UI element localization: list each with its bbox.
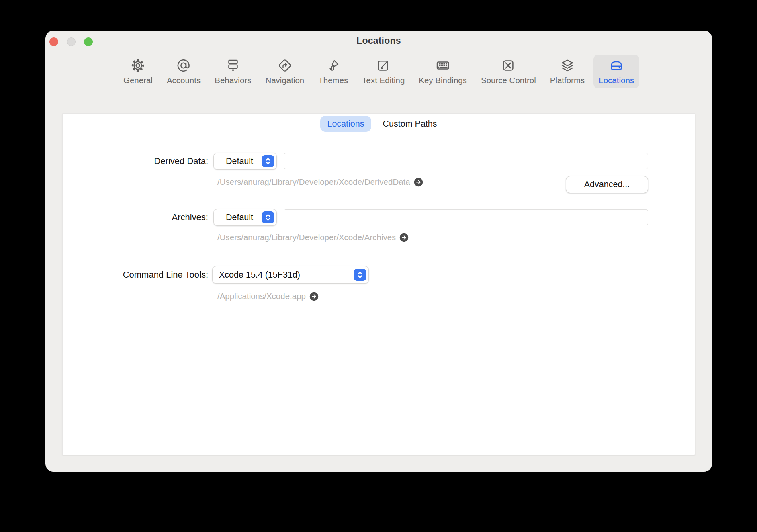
open-path-arrow-icon[interactable]: [414, 178, 423, 187]
derived-data-popup[interactable]: Default: [213, 153, 277, 170]
path-text: /Users/anurag/Library/Developer/Xcode/Ar…: [217, 232, 396, 243]
tab-text-editing[interactable]: Text Editing: [357, 55, 410, 88]
tab-general[interactable]: General: [118, 55, 158, 88]
tab-label: Locations: [599, 76, 634, 85]
tab-accounts[interactable]: Accounts: [162, 55, 206, 88]
chevron-up-down-icon: [262, 155, 274, 167]
tab-key-bindings[interactable]: Key Bindings: [413, 55, 472, 88]
tab-label: Accounts: [167, 76, 201, 85]
tab-locations[interactable]: Locations: [593, 55, 639, 88]
archives-field[interactable]: [284, 209, 648, 225]
archives-popup[interactable]: Default: [213, 209, 277, 226]
tab-source-control[interactable]: Source Control: [476, 55, 541, 88]
open-path-arrow-icon[interactable]: [399, 233, 409, 242]
tab-platforms[interactable]: Platforms: [545, 55, 590, 88]
paintbrush-icon: [325, 58, 341, 73]
toolbar-divider: [45, 95, 712, 95]
gear-icon: [130, 58, 145, 73]
tab-label: Behaviors: [215, 76, 251, 85]
tab-label: General: [123, 76, 153, 85]
source-control-icon: [501, 58, 516, 73]
archives-path: /Users/anurag/Library/Developer/Xcode/Ar…: [217, 232, 409, 243]
open-path-arrow-icon[interactable]: [309, 292, 319, 301]
segment-custom-paths[interactable]: Custom Paths: [383, 116, 437, 132]
tab-navigation[interactable]: Navigation: [260, 55, 309, 88]
advanced-button[interactable]: Advanced...: [566, 176, 648, 193]
tab-label: Themes: [318, 76, 348, 85]
chevron-up-down-icon: [354, 269, 366, 281]
settings-toolbar: General Accounts Behaviors: [45, 55, 712, 88]
chevron-up-down-icon: [262, 211, 274, 223]
navigation-icon: [277, 58, 293, 73]
tab-label: Source Control: [481, 76, 536, 85]
popup-value: Default: [214, 156, 261, 166]
command-line-tools-popup[interactable]: Xcode 15.4 (15F31d): [212, 266, 369, 284]
layers-icon: [560, 58, 575, 73]
segment-locations[interactable]: Locations: [320, 116, 371, 132]
popup-value: Xcode 15.4 (15F31d): [213, 270, 353, 280]
tab-behaviors[interactable]: Behaviors: [209, 55, 256, 88]
at-sign-icon: [176, 58, 191, 73]
tab-label: Key Bindings: [419, 76, 467, 85]
tab-label: Platforms: [550, 76, 585, 85]
tab-label: Navigation: [265, 76, 304, 85]
command-line-tools-path: /Applications/Xcode.app: [217, 291, 319, 301]
tab-themes[interactable]: Themes: [313, 55, 353, 88]
keyboard-icon: [435, 58, 450, 73]
text-editing-icon: [376, 58, 391, 73]
derived-data-path: /Users/anurag/Library/Developer/Xcode/De…: [217, 177, 423, 187]
derived-data-field[interactable]: [284, 153, 648, 169]
path-text: /Users/anurag/Library/Developer/Xcode/De…: [217, 177, 410, 187]
segmented-control: Locations Custom Paths: [63, 114, 695, 134]
behaviors-icon: [225, 58, 241, 73]
archives-label: Archives:: [63, 212, 208, 223]
path-text: /Applications/Xcode.app: [217, 291, 306, 301]
derived-data-label: Derived Data:: [63, 156, 208, 167]
locations-pane: Locations Custom Paths Derived Data: Def…: [62, 113, 695, 455]
popup-value: Default: [214, 213, 261, 223]
xcode-settings-window: Locations General Accounts: [45, 31, 712, 472]
tab-label: Text Editing: [362, 76, 405, 85]
window-title: Locations: [45, 35, 712, 46]
command-line-tools-label: Command Line Tools:: [63, 269, 208, 280]
drive-icon: [609, 58, 624, 73]
